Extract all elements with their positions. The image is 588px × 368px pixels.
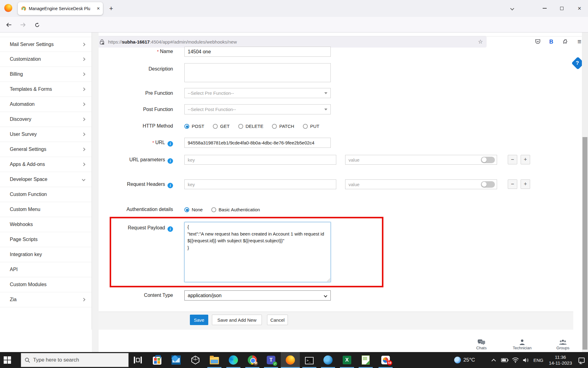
sidebar-item-page-scripts[interactable]: Page Scripts bbox=[0, 232, 92, 247]
page-scrollbar-thumb[interactable] bbox=[582, 137, 587, 350]
sidebar-item-custom-menu[interactable]: Custom Menu bbox=[0, 202, 92, 217]
pocket-icon[interactable] bbox=[532, 36, 543, 47]
chevron-right-icon bbox=[82, 87, 85, 91]
save-button[interactable]: Save bbox=[190, 315, 208, 325]
edge-icon bbox=[229, 355, 238, 365]
window-close-button[interactable]: × bbox=[573, 3, 586, 13]
content-type-select[interactable]: application/json bbox=[184, 290, 331, 301]
new-tab-button[interactable]: + bbox=[107, 4, 116, 13]
radio-put[interactable]: PUT bbox=[303, 124, 319, 129]
taskbar-terminal[interactable]: >_ bbox=[300, 352, 319, 368]
url-text[interactable]: https://subha-16617:4504/app#/admin/modu… bbox=[108, 39, 476, 44]
window-minimize-button[interactable] bbox=[538, 3, 551, 13]
sidebar-item-automation[interactable]: Automation bbox=[0, 97, 92, 112]
start-button[interactable] bbox=[4, 356, 11, 364]
sidebar-item-zia[interactable]: Zia bbox=[0, 292, 92, 307]
footer-groups[interactable]: Groups bbox=[546, 339, 580, 350]
extensions-puzzle-icon[interactable] bbox=[560, 36, 571, 47]
radio-auth-basic[interactable]: Basic Authentication bbox=[211, 207, 260, 212]
info-icon[interactable]: i bbox=[168, 183, 173, 188]
request-header-remove-button[interactable]: − bbox=[508, 179, 517, 189]
tray-action-center[interactable] bbox=[577, 352, 586, 368]
taskbar-chrome[interactable] bbox=[243, 352, 262, 368]
tab-list-chevron-icon[interactable] bbox=[506, 3, 518, 13]
url-bar[interactable]: https://subha-16617:4504/app#/admin/modu… bbox=[87, 36, 487, 48]
tab-close-icon[interactable]: × bbox=[97, 6, 100, 12]
radio-post[interactable]: POST bbox=[184, 124, 204, 129]
taskbar-task-view[interactable] bbox=[128, 352, 147, 368]
taskbar-excel[interactable]: X bbox=[337, 352, 356, 368]
sidebar-item-customization[interactable]: Customization bbox=[0, 52, 92, 67]
tray-volume[interactable] bbox=[521, 352, 531, 368]
resize-grip-icon[interactable] bbox=[327, 278, 330, 282]
request-header-key-input[interactable] bbox=[184, 179, 336, 189]
http-method-label: HTTP Method bbox=[101, 123, 173, 129]
taskbar-mail[interactable] bbox=[167, 352, 186, 368]
sidebar-item-templates-forms[interactable]: Templates & Forms bbox=[0, 82, 92, 97]
forward-button[interactable] bbox=[18, 20, 28, 30]
info-icon[interactable]: i bbox=[168, 226, 173, 232]
footer-technician[interactable]: Technician bbox=[505, 339, 539, 350]
url-param-add-button[interactable]: + bbox=[521, 155, 530, 164]
taskbar-thunderbird[interactable] bbox=[318, 352, 337, 368]
sidebar-item-user-survey[interactable]: User Survey bbox=[0, 127, 92, 142]
sidebar-item-integration-key[interactable]: Integration key bbox=[0, 247, 92, 262]
request-header-value-input[interactable] bbox=[345, 180, 481, 189]
name-input[interactable] bbox=[184, 47, 331, 57]
taskbar-edge[interactable] bbox=[224, 352, 243, 368]
sidebar-item-developer-space[interactable]: Developer Space bbox=[0, 172, 92, 187]
taskbar-libreoffice-calc[interactable] bbox=[356, 352, 375, 368]
taskbar-firefox-active[interactable] bbox=[281, 352, 300, 368]
cancel-button[interactable]: Cancel bbox=[267, 315, 288, 325]
taskbar-teams[interactable]: T✓ bbox=[262, 352, 281, 368]
window-restore-button[interactable] bbox=[556, 3, 568, 13]
save-and-add-new-button[interactable]: Save and Add New bbox=[212, 315, 262, 325]
taskbar-search[interactable]: Type here to search bbox=[21, 353, 129, 367]
taskbar-3d-viewer[interactable] bbox=[186, 352, 205, 368]
request-payload-textarea[interactable]: { "text":"A new request has been created… bbox=[184, 222, 331, 282]
url-param-toggle[interactable] bbox=[481, 157, 495, 163]
taskbar-microsoft-store[interactable] bbox=[148, 352, 167, 368]
sidebar-item-discovery[interactable]: Discovery bbox=[0, 112, 92, 127]
info-icon[interactable]: i bbox=[168, 158, 173, 164]
url-param-value-input[interactable] bbox=[345, 155, 481, 164]
back-button[interactable] bbox=[4, 20, 14, 30]
sidebar-item-custom-modules[interactable]: Custom Modules bbox=[0, 277, 92, 292]
description-textarea[interactable] bbox=[184, 63, 331, 82]
sidebar-item-api[interactable]: API bbox=[0, 262, 92, 277]
b-extension-icon[interactable]: B bbox=[546, 36, 557, 47]
browser-tab[interactable]: ManageEngine ServiceDesk Plus × bbox=[18, 2, 103, 15]
request-header-toggle[interactable] bbox=[481, 181, 495, 188]
sidebar-item-apps-addons[interactable]: Apps & Add-ons bbox=[0, 157, 92, 172]
taskbar-file-explorer[interactable] bbox=[205, 352, 224, 368]
footer-chats[interactable]: Chats bbox=[465, 339, 498, 350]
sidebar-item-mail-server-settings[interactable]: Mail Server Settings bbox=[0, 37, 92, 52]
radio-delete[interactable]: DELETE bbox=[238, 124, 263, 129]
sidebar-item-general-settings[interactable]: General Settings bbox=[0, 142, 92, 157]
taskbar-servicedesk-app[interactable]: 59 bbox=[376, 352, 395, 368]
tray-weather[interactable]: 25°C bbox=[454, 352, 475, 368]
url-param-remove-button[interactable]: − bbox=[508, 155, 517, 164]
sidebar-item-custom-function[interactable]: Custom Function bbox=[0, 187, 92, 202]
mail-icon bbox=[172, 355, 181, 365]
sidebar-item-billing[interactable]: Billing bbox=[0, 67, 92, 82]
radio-patch[interactable]: PATCH bbox=[272, 124, 294, 129]
tray-language[interactable]: ENG bbox=[532, 352, 545, 368]
url-param-key-input[interactable] bbox=[184, 155, 336, 165]
radio-auth-none[interactable]: None bbox=[184, 207, 203, 212]
request-header-add-button[interactable]: + bbox=[521, 179, 530, 189]
tray-clock[interactable]: 11:3614-11-2023 bbox=[546, 352, 575, 368]
bookmark-star-icon[interactable]: ☆ bbox=[478, 38, 483, 45]
info-icon[interactable]: i bbox=[168, 141, 173, 147]
pre-function-select[interactable]: --Select Pre Function-- bbox=[184, 88, 331, 98]
tray-show-hidden-icons[interactable] bbox=[490, 352, 497, 368]
url-input[interactable] bbox=[184, 138, 331, 148]
tray-battery[interactable] bbox=[500, 352, 510, 368]
radio-get[interactable]: GET bbox=[213, 124, 230, 129]
tray-wifi[interactable] bbox=[511, 352, 520, 368]
post-function-select[interactable]: --Select Post Function-- bbox=[184, 104, 331, 114]
reload-button[interactable] bbox=[32, 20, 42, 30]
sidebar-item-webhooks[interactable]: Webhooks bbox=[0, 217, 92, 232]
lock-warning-icon[interactable] bbox=[100, 39, 104, 45]
help-flag[interactable]: ? bbox=[570, 57, 582, 70]
